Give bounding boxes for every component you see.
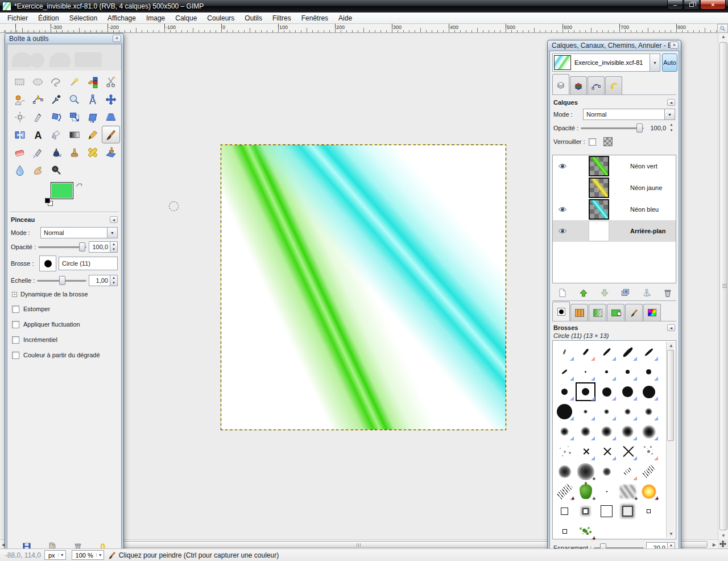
brush-item-splat-s[interactable] <box>596 461 617 481</box>
menu-affichage[interactable]: Affichage <box>102 13 141 23</box>
tool-ink[interactable] <box>47 143 65 161</box>
brush-item-leaves[interactable]: + <box>575 521 596 541</box>
opacity-slider[interactable] <box>38 242 86 252</box>
menu-couleurs[interactable]: Couleurs <box>202 13 239 23</box>
brush-item-hatch-l[interactable]: + <box>554 481 575 501</box>
brush-item-sq-f-s[interactable] <box>575 501 596 521</box>
tab-channels[interactable] <box>570 76 587 94</box>
brush-item-sun[interactable]: + <box>638 481 659 501</box>
brush-scrollbar[interactable]: ▲ ▼ <box>666 342 675 538</box>
tool-align[interactable] <box>11 108 29 126</box>
brush-item-x-l[interactable] <box>617 442 638 461</box>
panel-menu-button[interactable]: ◄ <box>110 216 118 223</box>
tool-gradient[interactable] <box>65 126 84 143</box>
visibility-eye-icon[interactable] <box>556 225 569 237</box>
chevron-down-icon[interactable]: ▼ <box>107 227 118 238</box>
tab-gradients[interactable] <box>589 304 606 321</box>
tab-brushes[interactable] <box>552 302 570 321</box>
dock-close-button[interactable]: × <box>670 42 679 49</box>
brush-item-hatch-m[interactable] <box>638 461 659 481</box>
scroll-up-icon[interactable]: ▲ <box>669 343 673 348</box>
toolbox-title-bar[interactable]: Boîte à outils × <box>5 34 123 43</box>
checkbox[interactable] <box>12 336 19 344</box>
scroll-right-icon[interactable]: ▶ <box>713 542 716 547</box>
checkbox[interactable] <box>12 321 19 328</box>
layer-opacity-slider[interactable] <box>581 123 644 133</box>
brush-item-sq-f-l[interactable] <box>617 501 638 521</box>
menu-dition[interactable]: Édition <box>33 13 64 23</box>
delete-layer-button[interactable] <box>660 287 674 298</box>
brush-item-fuzzy-1[interactable] <box>575 402 596 422</box>
image-combo-field[interactable]: Exercice_invisible.xcf-81 <box>552 53 650 72</box>
tool-scale[interactable] <box>65 108 84 126</box>
menu-calque[interactable]: Calque <box>170 13 202 23</box>
scroll-down-icon[interactable]: ▼ <box>669 531 673 537</box>
brush-name-field[interactable]: Circle (11) <box>59 257 118 270</box>
menu-image[interactable]: Image <box>141 13 170 23</box>
brush-item-fuzzy-8[interactable] <box>617 422 638 442</box>
expand-icon[interactable]: + <box>12 292 17 297</box>
brush-item-fuzzy-9[interactable] <box>638 422 659 442</box>
brush-item-confetti[interactable] <box>554 442 575 461</box>
scale-slider[interactable] <box>37 275 86 286</box>
brush-item-dot-1[interactable] <box>575 362 596 382</box>
panel-menu-button[interactable]: ◄ <box>667 99 675 106</box>
brush-item-x-s[interactable] <box>575 442 596 461</box>
brush-dynamics-expander[interactable]: + Dynamique de la brosse <box>12 289 118 299</box>
brush-item-fuzzy-5[interactable] <box>554 422 575 442</box>
checkbox[interactable] <box>12 306 19 313</box>
layer-row-n-on-bleu[interactable]: Néon bleu <box>553 199 676 220</box>
unit-selector[interactable]: px ▼ <box>44 550 66 560</box>
tool-perspective[interactable] <box>102 108 120 126</box>
menu-filtres[interactable]: Filtres <box>267 13 296 23</box>
tool-crop[interactable] <box>29 108 47 126</box>
tool-foreground-select[interactable] <box>11 90 29 108</box>
tool-dodge-burn[interactable] <box>47 161 65 179</box>
brush-item-sq-xs[interactable] <box>638 501 659 521</box>
brush-item-circle-xxxl[interactable] <box>554 402 575 422</box>
tab-patterns[interactable] <box>570 304 588 321</box>
menu-fichier[interactable]: Fichier <box>2 13 33 23</box>
tool-bucket-fill[interactable] <box>47 126 65 143</box>
brush-scrollbar-thumb[interactable] <box>667 350 674 441</box>
brush-item-smudge[interactable]: + <box>617 481 638 501</box>
horizontal-ruler[interactable]: -300-200-1000100200300400500600700800 <box>0 24 718 33</box>
tool-perspective-clone[interactable] <box>102 143 120 161</box>
brush-item-vine[interactable] <box>638 442 659 461</box>
brush-item-stroke-xs2[interactable] <box>554 362 575 382</box>
visibility-eye-icon[interactable] <box>556 203 569 216</box>
tool-blur-sharpen[interactable] <box>11 161 29 179</box>
brush-item-circle-s[interactable] <box>554 382 575 402</box>
tab-palettes[interactable] <box>607 304 624 321</box>
brush-item-circle-l[interactable] <box>596 382 617 402</box>
brush-item-stroke-s[interactable] <box>575 342 596 362</box>
tool-fuzzy-select[interactable] <box>65 73 84 90</box>
spin-down-icon[interactable]: ▼ <box>110 280 117 286</box>
raise-layer-button[interactable] <box>576 287 590 298</box>
brush-item-stroke-m[interactable] <box>596 342 617 362</box>
brush-item-x-m[interactable] <box>596 442 617 461</box>
layer-mode-select[interactable]: Normal <box>583 109 665 120</box>
tab-layers[interactable] <box>552 74 569 94</box>
tool-flip[interactable] <box>11 126 29 143</box>
tab-undo-history[interactable] <box>605 76 622 94</box>
vertical-scrollbar-thumb[interactable] <box>719 42 727 530</box>
tab-colors[interactable] <box>643 304 661 321</box>
tool-paths[interactable] <box>29 90 47 108</box>
tool-select-by-color[interactable] <box>84 73 102 90</box>
brush-item-dot-3[interactable] <box>617 362 638 382</box>
new-layer-button[interactable] <box>555 287 569 298</box>
brush-item-splat-l[interactable]: + <box>575 461 596 481</box>
brush-item-sq-o-s[interactable] <box>554 501 575 521</box>
brush-item-fuzzy-2[interactable] <box>596 402 617 422</box>
zoom-selector[interactable]: 100 % ▼ <box>72 550 104 560</box>
tool-airbrush[interactable] <box>29 143 47 161</box>
brush-item-stroke-l[interactable] <box>617 342 638 362</box>
tool-zoom[interactable] <box>65 90 84 108</box>
visibility-eye-icon[interactable] <box>556 160 569 172</box>
spin-up-icon[interactable]: ▲ <box>110 242 117 247</box>
menu-slection[interactable]: Sélection <box>64 13 102 23</box>
brush-item-circle-xl[interactable] <box>617 382 638 402</box>
tool-eraser[interactable] <box>11 143 29 161</box>
chevron-down-icon[interactable]: ▼ <box>650 53 660 72</box>
